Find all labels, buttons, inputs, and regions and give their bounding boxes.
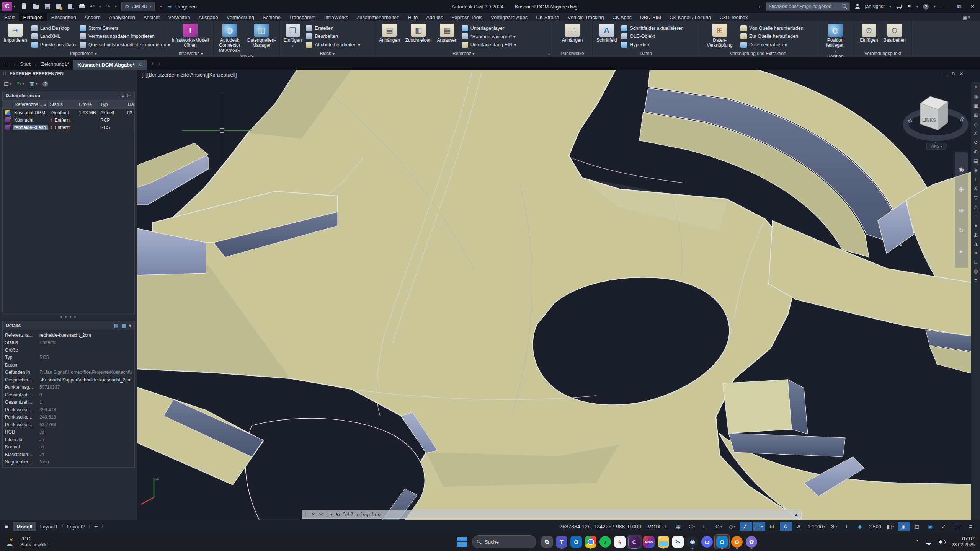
pan-icon[interactable]: ✚	[959, 186, 964, 193]
Vehicle Tracking[interactable]: Vehicle Tracking	[564, 13, 608, 21]
snipping-tool[interactable]: ✂	[671, 535, 685, 549]
outlook-new[interactable]: O	[714, 534, 730, 549]
tool-icon[interactable]: ▤	[973, 158, 978, 164]
blender[interactable]: ʘ	[730, 535, 744, 549]
command-close-icon[interactable]: ✕	[312, 512, 315, 517]
panel-label-infraworks[interactable]: InfraWorks ▾	[167, 50, 213, 57]
selection-filter-icon[interactable]: ◧▾	[884, 522, 897, 531]
graphics-value[interactable]: 3.500	[867, 522, 883, 531]
panel-label-block[interactable]: Block ▾	[280, 50, 375, 57]
punktwolke-anhaengen-button[interactable]: ∴∴ Anhängen	[561, 23, 584, 50]
block-bearbeiten-button[interactable]: Bearbeiten	[306, 33, 360, 39]
column-status[interactable]: Status	[48, 100, 77, 109]
daten-verknuepfung-button[interactable]: ⊞ Daten-Verknüpfung	[702, 23, 737, 50]
Ändern[interactable]: Ändern	[80, 13, 105, 21]
tool-icon[interactable]: ▣	[973, 103, 978, 109]
zur-quelle-heraufladen-button[interactable]: Zur Quelle heraufladen	[740, 33, 804, 39]
search-input[interactable]: Stichwort oder Frage eingeben	[766, 2, 850, 11]
Add-ins[interactable]: Add-ins	[422, 13, 447, 21]
tool-icon[interactable]: ⊞	[974, 112, 978, 118]
palette-grip-icon[interactable]: ⁞⁞	[3, 72, 7, 76]
referenz-anpassen-button[interactable]: ▦ Anpassen	[436, 23, 458, 50]
tool-icon[interactable]: ◎	[973, 94, 978, 99]
volume-icon[interactable]	[939, 539, 946, 544]
drawing-tab-menu-icon[interactable]: ≡	[0, 60, 13, 70]
block-einfuegen-button[interactable]: ❏ Einfügen▾	[283, 23, 303, 50]
m365[interactable]: M365	[642, 535, 656, 549]
open-icon[interactable]	[33, 3, 39, 10]
Start[interactable]: Start	[0, 13, 19, 21]
drawing-restore-icon[interactable]: ⧉	[952, 71, 955, 77]
CK Apps[interactable]: CK Apps	[608, 13, 636, 21]
tool-icon[interactable]: ▽	[974, 195, 978, 201]
column-referenzname[interactable]: Referenzna...▲	[13, 100, 48, 109]
xref-row[interactable]: Küsnacht ↥Entfernt RCP	[3, 116, 134, 124]
isodraft-icon[interactable]: ◇▾	[726, 522, 738, 531]
details-view-icon[interactable]: ▤	[114, 323, 118, 328]
panel-label-importieren[interactable]: Importieren ▾	[0, 50, 167, 57]
tool-icon[interactable]: ∡	[973, 186, 978, 191]
tray-expand-icon[interactable]: ⌃	[915, 539, 920, 545]
details-collapse-icon[interactable]: ▾	[129, 323, 131, 328]
xref-list-empty-area[interactable]	[3, 131, 134, 314]
infraworks-open-button[interactable]: I InfraWorks-Modell öffnen	[170, 23, 211, 50]
preview-view-icon[interactable]: ▦	[122, 323, 126, 328]
attach-reference-button[interactable]: ▤▾	[4, 81, 11, 87]
tab-kuesnacht-dgm-abgabe[interactable]: Küsnacht DGM Abgabe* ✕	[73, 60, 146, 70]
list-view-icon[interactable]: ≡	[122, 93, 124, 98]
referenz-zuschneiden-button[interactable]: ◧ Zuschneiden	[404, 23, 433, 50]
Ansicht[interactable]: Ansicht	[139, 13, 164, 21]
teams[interactable]: T	[554, 535, 569, 549]
taskbar-search[interactable]: Suche	[472, 535, 536, 548]
undo-arrow-icon[interactable]: ▾	[99, 5, 101, 8]
store-cart-icon[interactable]	[896, 4, 902, 9]
steam[interactable]: ◉	[685, 535, 700, 549]
zoom-icon[interactable]: ⊕	[959, 207, 964, 214]
minimize-button[interactable]: —	[941, 4, 950, 10]
model-space-badge[interactable]: MODELL	[647, 524, 668, 530]
chrome[interactable]	[583, 535, 598, 549]
osnap-tracking-icon[interactable]: ∠	[740, 522, 752, 531]
osnap-icon[interactable]: ▢▾	[753, 522, 765, 531]
unterlagenlayer-button[interactable]: Unterlagenlayer	[462, 25, 516, 31]
Ausgabe[interactable]: Ausgabe	[194, 13, 222, 21]
Transparent[interactable]: Transparent	[285, 13, 320, 21]
workspace-gear-icon[interactable]: ⚙▾	[827, 522, 840, 531]
xref-row[interactable]: Küsnacht DGM ... Geöffnet 1.63 MB Aktuel…	[3, 109, 134, 116]
tool-icon[interactable]: ◈	[974, 167, 978, 173]
palette-title-bar[interactable]: ⁞⁞ EXTERNE REFERENZEN	[0, 70, 137, 78]
notifications-arrow-icon[interactable]: ▾	[916, 5, 918, 8]
tool-icon[interactable]: ≡	[974, 277, 977, 283]
panel-label-punktwolke[interactable]: Punktwolke	[552, 50, 592, 57]
user-avatar[interactable]	[855, 4, 860, 9]
qat-customize-icon[interactable]: ≂	[159, 5, 162, 8]
Hilfe[interactable]: Hilfe	[403, 13, 422, 21]
layout-tab-layout1[interactable]: Layout1	[36, 522, 62, 531]
change-path-button[interactable]: ▥▾	[29, 81, 37, 87]
querschnitt-button[interactable]: Querschnittsbestandteile importieren ▾	[80, 42, 170, 48]
save-icon[interactable]	[44, 3, 51, 10]
transfer-icon[interactable]	[67, 3, 74, 10]
customize-icon[interactable]: ≡	[965, 522, 977, 531]
close-tab-icon[interactable]: ✕	[138, 62, 142, 67]
Verwalten[interactable]: Verwalten	[164, 13, 194, 21]
new-drawing-icon[interactable]	[21, 3, 28, 10]
isolate-objects-icon[interactable]: +	[841, 522, 853, 531]
command-grip-icon[interactable]: ⁞⁞	[305, 512, 308, 517]
attribute-bearbeiten-button[interactable]: Attribute bearbeiten ▾	[306, 42, 360, 48]
tab-start[interactable]: Start	[16, 61, 34, 70]
weather-widget[interactable]: ☀☁ -1°C Stark bewölkt	[5, 536, 48, 548]
Einfügen[interactable]: Einfügen	[19, 13, 47, 21]
tool-icon[interactable]: ≈	[974, 250, 977, 256]
civil3d[interactable]: C	[627, 535, 642, 549]
landxml-button[interactable]: LandXML	[31, 33, 77, 39]
red-doc-app[interactable]: ϟ	[612, 535, 627, 549]
annotation-monitor-icon[interactable]: ◻	[911, 522, 923, 531]
terrain-canvas[interactable]: Z N W S LINKS WKS ▾	[137, 70, 980, 520]
close-button[interactable]: ✕	[968, 4, 977, 10]
hardware-accel-icon[interactable]: ◉	[924, 522, 937, 531]
discord[interactable]: ω	[700, 535, 714, 549]
command-history-icon[interactable]: ▲	[794, 512, 798, 517]
hyperlink-button[interactable]: Hyperlink	[621, 42, 683, 48]
command-line[interactable]: ⁞⁞ ✕ ⚒ ▭▾ Befehl eingeben ▲	[302, 510, 802, 519]
